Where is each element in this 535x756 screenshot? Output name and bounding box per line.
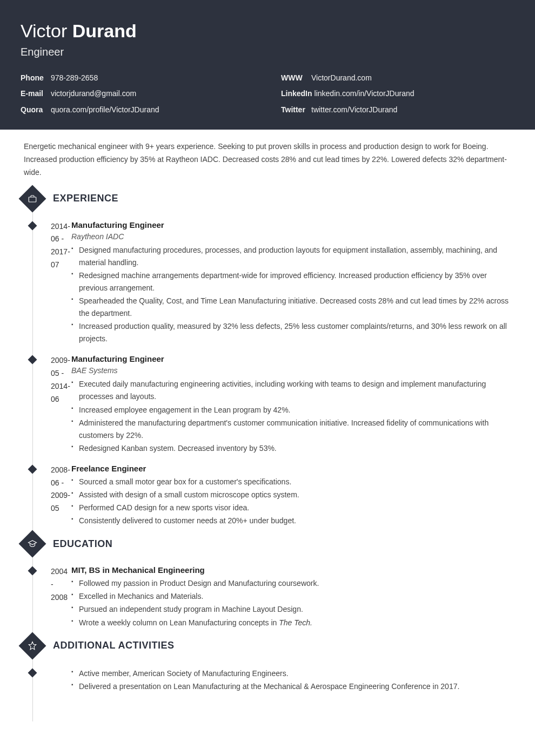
timeline-entry: 2009-05 - 2014-06Manufacturing EngineerB… bbox=[24, 352, 514, 455]
bullet-list: Active member, American Society of Manuf… bbox=[71, 667, 514, 693]
experience-section: EXPERIENCE 2014-06 - 2017-07Manufacturin… bbox=[24, 189, 514, 528]
entry-body: Active member, American Society of Manuf… bbox=[71, 667, 514, 693]
contact-row: LinkedInlinkedin.com/in/VictorJDurand bbox=[281, 86, 514, 102]
contact-value: linkedin.com/in/VictorJDurand bbox=[315, 89, 414, 98]
bullet-list: Designed manufacturing procedures, proce… bbox=[71, 244, 514, 346]
bullet-item: Delivered a presentation on Lean Manufac… bbox=[71, 680, 514, 693]
entry-dates: 2008-06 - 2009-05 bbox=[24, 464, 71, 528]
summary: Energetic mechanical engineer with 9+ ye… bbox=[0, 130, 535, 188]
timeline-entry: 2004 - 2008MIT, BS in Mechanical Enginee… bbox=[24, 563, 514, 629]
bullet-list: Sourced a small motor gear box for a cus… bbox=[71, 476, 514, 527]
section-title: EXPERIENCE bbox=[53, 193, 118, 204]
bullet-item: Pursued an independent study program in … bbox=[71, 603, 514, 616]
bullet-item: Increased production quality, measured b… bbox=[71, 320, 514, 345]
contact-row: WWWVictorDurand.com bbox=[281, 70, 514, 86]
job-title: Engineer bbox=[21, 46, 514, 58]
bullet-item: Executed daily manufacturing engineering… bbox=[71, 378, 514, 403]
section-header: EDUCATION bbox=[24, 534, 514, 554]
bullet-list: Executed daily manufacturing engineering… bbox=[71, 378, 514, 455]
section-title: ADDITIONAL ACTIVITIES bbox=[53, 640, 175, 651]
star-icon bbox=[19, 632, 46, 659]
last-name: Durand bbox=[72, 21, 137, 41]
resume-header: Victor Durand Engineer Phone978-289-2658… bbox=[0, 0, 535, 130]
contacts: Phone978-289-2658E-mailvictorjdurand@gma… bbox=[21, 70, 514, 118]
section-header: EXPERIENCE bbox=[24, 189, 514, 208]
bullet-item: Excelled in Mechanics and Materials. bbox=[71, 590, 514, 603]
entry-title: Manufacturing Engineer bbox=[71, 220, 514, 230]
entry-title: MIT, BS in Mechanical Engineering bbox=[71, 565, 514, 575]
contact-label: WWW bbox=[281, 70, 309, 86]
contact-label: LinkedIn bbox=[281, 86, 312, 102]
entry-subtitle: Raytheon IADC bbox=[71, 232, 514, 241]
timeline-entry: 2014-06 - 2017-07Manufacturing EngineerR… bbox=[24, 218, 514, 346]
svg-rect-0 bbox=[29, 197, 36, 202]
contact-label: Twitter bbox=[281, 102, 309, 118]
contact-row: Phone978-289-2658 bbox=[21, 70, 254, 86]
contacts-left-column: Phone978-289-2658E-mailvictorjdurand@gma… bbox=[21, 70, 254, 118]
timeline-entry: Active member, American Society of Manuf… bbox=[24, 665, 514, 693]
bullet-item: Performed CAD design for a new sports vi… bbox=[71, 502, 514, 514]
contact-value: VictorDurand.com bbox=[311, 73, 372, 82]
bullet-item: Consistently delivered to customer needs… bbox=[71, 515, 514, 527]
bullet-item: Redesigned machine arrangements departme… bbox=[71, 269, 514, 294]
entry-subtitle: BAE Systems bbox=[71, 366, 514, 375]
timeline-entry: 2008-06 - 2009-05Freelance EngineerSourc… bbox=[24, 462, 514, 528]
bullet-item: Sourced a small motor gear box for a cus… bbox=[71, 476, 514, 488]
bullet-item: Assisted with design of a small custom m… bbox=[71, 489, 514, 501]
first-name: Victor bbox=[21, 21, 67, 41]
contact-label: Quora bbox=[21, 102, 49, 118]
graduation-cap-icon bbox=[19, 530, 46, 558]
bullet-item: Active member, American Society of Manuf… bbox=[71, 667, 514, 680]
activities-section: ADDITIONAL ACTIVITIES Active member, Ame… bbox=[24, 636, 514, 693]
contact-row: Twittertwitter.com/VictorJDurand bbox=[281, 102, 514, 118]
section-title: EDUCATION bbox=[53, 538, 112, 550]
bullet-item: Designed manufacturing procedures, proce… bbox=[71, 244, 514, 269]
contact-value: quora.com/profile/VictorJDurand bbox=[51, 105, 159, 114]
entry-body: Manufacturing EngineerRaytheon IADCDesig… bbox=[71, 220, 514, 346]
entry-title: Manufacturing Engineer bbox=[71, 354, 514, 363]
contacts-right-column: WWWVictorDurand.comLinkedInlinkedin.com/… bbox=[281, 70, 514, 118]
briefcase-icon bbox=[19, 185, 46, 212]
bullet-item: Redesigned Kanban system. Decreased inve… bbox=[71, 442, 514, 455]
bullet-item: Followed my passion in Product Design an… bbox=[71, 577, 514, 590]
education-section: EDUCATION 2004 - 2008MIT, BS in Mechanic… bbox=[24, 534, 514, 629]
bullet-item: Administered the manufacturing departmen… bbox=[71, 417, 514, 442]
contact-value: victorjdurand@gmail.com bbox=[51, 89, 136, 98]
entry-body: MIT, BS in Mechanical EngineeringFollowe… bbox=[71, 565, 514, 629]
entry-body: Freelance EngineerSourced a small motor … bbox=[71, 464, 514, 528]
bullet-item: Increased employee engagement in the Lea… bbox=[71, 404, 514, 416]
entry-dates: 2004 - 2008 bbox=[24, 565, 71, 629]
entry-dates: 2009-05 - 2014-06 bbox=[24, 354, 71, 455]
contact-value: twitter.com/VictorJDurand bbox=[311, 105, 397, 114]
entry-dates: 2014-06 - 2017-07 bbox=[24, 220, 71, 346]
bullet-list: Followed my passion in Product Design an… bbox=[71, 577, 514, 629]
contact-label: E-mail bbox=[21, 86, 49, 102]
entry-title: Freelance Engineer bbox=[71, 464, 514, 473]
content: EXPERIENCE 2014-06 - 2017-07Manufacturin… bbox=[0, 189, 535, 721]
bullet-item: Spearheaded the Quality, Cost, and Time … bbox=[71, 295, 514, 320]
contact-row: E-mailvictorjdurand@gmail.com bbox=[21, 86, 254, 102]
entry-body: Manufacturing EngineerBAE SystemsExecute… bbox=[71, 354, 514, 455]
contact-label: Phone bbox=[21, 70, 49, 86]
name: Victor Durand bbox=[21, 21, 514, 42]
bullet-item: Wrote a weekly column on Lean Manufactur… bbox=[71, 617, 514, 629]
contact-row: Quoraquora.com/profile/VictorJDurand bbox=[21, 102, 254, 118]
section-header: ADDITIONAL ACTIVITIES bbox=[24, 636, 514, 656]
contact-value: 978-289-2658 bbox=[51, 73, 98, 82]
